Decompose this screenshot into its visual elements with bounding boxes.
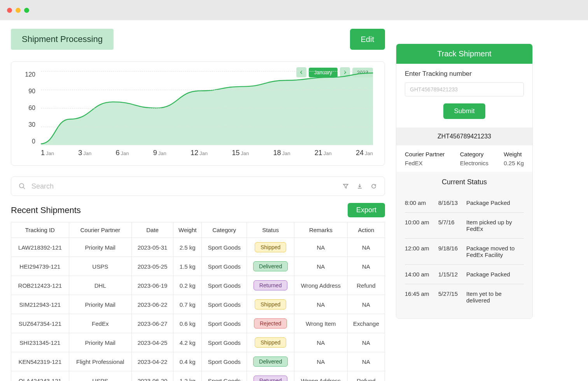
table-cell: Sport Goods bbox=[202, 295, 247, 314]
table-cell: Priority Mail bbox=[69, 238, 131, 257]
download-icon[interactable] bbox=[355, 182, 364, 191]
table-row[interactable]: SHI231345-121Priority Mail2023-04-254.2 … bbox=[11, 333, 385, 352]
chart-y-axis: 1209060300 bbox=[21, 71, 35, 145]
table-cell: 1.5 kg bbox=[173, 257, 202, 276]
export-button[interactable]: Export bbox=[348, 203, 385, 217]
table-column-header: Status bbox=[247, 222, 294, 238]
table-cell: Returned bbox=[247, 276, 294, 295]
edit-button[interactable]: Edit bbox=[350, 29, 385, 50]
status-title: Current Status bbox=[405, 178, 524, 186]
search-icon bbox=[18, 182, 27, 191]
shipment-meta: Courier Partner FedEX Category Electroni… bbox=[396, 145, 532, 172]
table-cell: SIM212943-121 bbox=[11, 295, 69, 314]
table-column-header: Action bbox=[347, 222, 385, 238]
table-cell: NA bbox=[347, 333, 385, 352]
table-cell: Sport Goods bbox=[202, 276, 247, 295]
status-date: 5/7/16 bbox=[438, 219, 460, 232]
table-row[interactable]: SIM212943-121Priority Mail2023-06-220.7 … bbox=[11, 295, 385, 314]
table-cell: OLA424243-121 bbox=[11, 371, 69, 381]
table-cell: Flight Professional bbox=[69, 352, 131, 371]
table-cell: Returned bbox=[247, 371, 294, 381]
table-cell: USPS bbox=[69, 371, 131, 381]
chart-y-tick: 0 bbox=[21, 138, 35, 145]
chart-x-tick: 1Jan bbox=[41, 149, 54, 161]
status-description: Item yet to be delivered bbox=[466, 290, 524, 304]
refresh-icon[interactable] bbox=[369, 182, 378, 191]
chart-x-tick: 9Jan bbox=[153, 149, 166, 161]
table-cell: 2.5 kg bbox=[173, 238, 202, 257]
table-cell: NA bbox=[347, 257, 385, 276]
table-row[interactable]: HEI294739-121USPS2023-05-251.5 kgSport G… bbox=[11, 257, 385, 276]
page-title: Shipment Processing bbox=[11, 29, 114, 50]
status-badge: Returned bbox=[254, 280, 288, 290]
table-cell: 2023-05-25 bbox=[131, 257, 173, 276]
table-cell: KEN542319-121 bbox=[11, 352, 69, 371]
table-cell: HEI294739-121 bbox=[11, 257, 69, 276]
table-cell: LAW218392-121 bbox=[11, 238, 69, 257]
table-row[interactable]: ROB212423-121DHL2023-06-190.2 kgSport Go… bbox=[11, 276, 385, 295]
status-time: 8:00 am bbox=[405, 199, 432, 206]
table-row[interactable]: SUZ647354-121FedEx2023-06-270.6 kgSport … bbox=[11, 314, 385, 333]
minimize-window-icon[interactable] bbox=[16, 8, 21, 13]
window-titlebar bbox=[0, 0, 588, 20]
close-window-icon[interactable] bbox=[7, 8, 12, 13]
status-time: 16:45 am bbox=[405, 290, 432, 304]
status-time: 10:00 am bbox=[405, 219, 432, 232]
table-cell: NA bbox=[294, 257, 348, 276]
meta-courier-label: Courier Partner bbox=[405, 151, 445, 157]
table-cell: NA bbox=[294, 295, 348, 314]
table-cell: DHL bbox=[69, 276, 131, 295]
meta-weight-label: Weight bbox=[504, 151, 524, 157]
tracking-number-input[interactable] bbox=[405, 82, 524, 96]
table-cell: ROB212423-121 bbox=[11, 276, 69, 295]
status-badge: Shipped bbox=[255, 337, 286, 348]
table-cell: NA bbox=[294, 238, 348, 257]
meta-category-value: Electronics bbox=[460, 160, 488, 166]
table-cell: SHI231345-121 bbox=[11, 333, 69, 352]
table-cell: Delivered bbox=[247, 352, 294, 371]
table-cell: Priority Mail bbox=[69, 295, 131, 314]
table-column-header: Tracking ID bbox=[11, 222, 69, 238]
tracking-number-label: Enter Tracking number bbox=[405, 70, 524, 78]
submit-button[interactable]: Submit bbox=[443, 103, 486, 119]
status-description: Package Packed bbox=[466, 271, 524, 278]
table-cell: Refund bbox=[347, 276, 385, 295]
table-cell: Shipped bbox=[247, 333, 294, 352]
table-cell: 2023-06-19 bbox=[131, 276, 173, 295]
table-cell: 4.2 kg bbox=[173, 333, 202, 352]
track-header: Track Shipment bbox=[396, 44, 532, 64]
svg-line-1 bbox=[23, 187, 25, 189]
table-cell: NA bbox=[347, 352, 385, 371]
table-cell: 2023-06-27 bbox=[131, 314, 173, 333]
svg-point-0 bbox=[19, 184, 24, 188]
table-row[interactable]: OLA424243-121USPS2023-06-201.2 kgSport G… bbox=[11, 371, 385, 381]
table-cell: 2023-05-31 bbox=[131, 238, 173, 257]
filter-icon[interactable] bbox=[341, 182, 350, 191]
chart-x-tick: 21Jan bbox=[315, 149, 332, 161]
table-row[interactable]: LAW218392-121Priority Mail2023-05-312.5 … bbox=[11, 238, 385, 257]
status-row: 8:00 am8/16/13Package Packed bbox=[405, 193, 524, 213]
table-cell: 2023-06-22 bbox=[131, 295, 173, 314]
meta-weight-value: 0.25 Kg bbox=[504, 160, 524, 166]
search-bar bbox=[11, 177, 385, 196]
status-row: 14:00 am1/15/12Package Packed bbox=[405, 265, 524, 284]
search-input[interactable] bbox=[32, 182, 336, 190]
table-row[interactable]: KEN542319-121Flight Professional2023-04-… bbox=[11, 352, 385, 371]
status-badge: Shipped bbox=[255, 299, 286, 309]
chart-y-tick: 30 bbox=[21, 121, 35, 128]
table-cell: Rejected bbox=[247, 314, 294, 333]
status-row: 16:45 am5/27/15Item yet to be delivered bbox=[405, 284, 524, 310]
chart-x-tick: 12Jan bbox=[191, 149, 208, 161]
status-date: 5/27/15 bbox=[438, 290, 460, 304]
table-column-header: Courier Partner bbox=[69, 222, 131, 238]
maximize-window-icon[interactable] bbox=[24, 8, 29, 13]
status-time: 14:00 am bbox=[405, 271, 432, 278]
status-date: 9/18/16 bbox=[438, 245, 460, 258]
table-cell: NA bbox=[294, 352, 348, 371]
table-cell: Shipped bbox=[247, 295, 294, 314]
status-date: 1/15/12 bbox=[438, 271, 460, 278]
table-title: Recent Shipments bbox=[11, 205, 81, 215]
shipments-table: Tracking IDCourier PartnerDateWeightCate… bbox=[11, 222, 385, 381]
status-badge: Delivered bbox=[253, 357, 288, 367]
chart-x-tick: 18Jan bbox=[273, 149, 290, 161]
